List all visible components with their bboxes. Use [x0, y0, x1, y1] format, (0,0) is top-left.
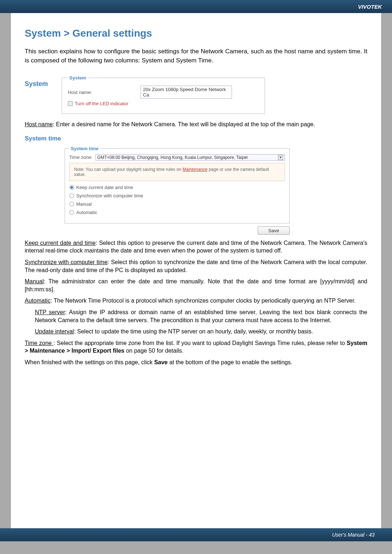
para-tz: Time zone : Select the appropriate time …	[25, 339, 367, 355]
para-fin-b: Save	[154, 359, 168, 365]
host-name-label: Host name:	[68, 90, 140, 95]
brand-label: VIVOTEK	[358, 4, 382, 10]
page-title: System > General settings	[25, 28, 367, 39]
timezone-value: GMT+08:00 Beijing, Chongqing, Hong Kong,…	[97, 155, 248, 160]
save-button[interactable]: Save	[258, 226, 290, 235]
para-manual-u: Manual	[25, 278, 44, 284]
host-name-desc: Host name: Enter a desired name for the …	[25, 120, 367, 128]
system-section: System System Host name: 20x Zoom 1080p …	[25, 75, 367, 114]
footer-text: User's Manual - 43	[332, 532, 375, 538]
para-auto-u: Automatic	[25, 297, 50, 304]
para-fin2: at the bottom of the page to enable the …	[168, 359, 292, 365]
para-ntp: NTP server: Assign the IP address or dom…	[35, 308, 367, 324]
system-time-fieldset: System time Time zone: GMT+08:00 Beijing…	[65, 146, 290, 223]
para-auto-t: : The Network Time Protocol is a protoco…	[50, 297, 356, 304]
system-legend: System	[68, 75, 87, 81]
content-area: System > General settings This section e…	[11, 13, 381, 528]
system-time-heading: System time	[25, 135, 367, 142]
para-manual-t: : The administrator can enter the date a…	[25, 278, 367, 292]
timezone-note: Note: You can upload your daylight savin…	[69, 163, 285, 181]
system-fieldset: System Host name: 20x Zoom 1080p Speed D…	[62, 75, 265, 114]
host-name-input[interactable]: 20x Zoom 1080p Speed Dome Network Ca	[140, 86, 232, 99]
radio-sync[interactable]	[69, 193, 74, 198]
page-header: VIVOTEK	[0, 0, 392, 13]
led-label: Turn off the LED indicator	[75, 101, 128, 106]
led-checkbox[interactable]	[68, 101, 73, 106]
para-update-t: : Select to update the time using the NT…	[74, 328, 313, 335]
page-footer: User's Manual - 43	[0, 528, 392, 541]
para-tz-t2: on page 50 for details.	[124, 348, 184, 354]
host-name-desc-u: Host name	[25, 121, 53, 127]
chevron-down-icon: ▼	[278, 155, 283, 160]
para-finish: When finished with the settings on this …	[25, 358, 367, 366]
radio-auto[interactable]	[69, 210, 74, 215]
radio-keep[interactable]	[69, 185, 74, 190]
para-fin1: When finished with the settings on this …	[25, 359, 154, 365]
para-update: Update interval: Select to update the ti…	[35, 328, 367, 336]
radio-keep-label: Keep current date and time	[76, 185, 133, 190]
system-time-legend: System time	[69, 146, 100, 151]
note-pre: Note: You can upload your daylight savin…	[74, 167, 183, 172]
para-sync-u: Synchronize with computer time	[25, 259, 107, 265]
system-side-label: System	[25, 75, 48, 114]
para-keep: Keep current date and time: Select this …	[25, 239, 367, 255]
radio-manual[interactable]	[69, 202, 74, 206]
maintenance-link[interactable]: Maintenance	[183, 167, 208, 172]
para-keep-u: Keep current date and time	[25, 240, 95, 246]
para-ntp-t: : Assign the IP address or domain name o…	[35, 309, 367, 323]
para-manual: Manual: The administrator can enter the …	[25, 278, 367, 293]
para-tz-u: Time zone	[25, 340, 53, 346]
timezone-label: Time zone:	[69, 155, 93, 160]
radio-manual-label: Manual	[76, 201, 92, 207]
intro-text: This section explains how to configure t…	[25, 47, 367, 65]
timezone-select[interactable]: GMT+08:00 Beijing, Chongqing, Hong Kong,…	[95, 154, 285, 161]
host-name-desc-t: : Enter a desired name for the Network C…	[53, 121, 315, 127]
para-auto: Automatic: The Network Time Protocol is …	[25, 297, 367, 305]
radio-sync-label: Synchronize with computer time	[76, 193, 143, 198]
para-update-u: Update interval	[35, 328, 74, 335]
para-tz-t1: : Select the appropriate time zone from …	[53, 340, 347, 346]
para-ntp-u: NTP server	[35, 309, 65, 315]
para-sync: Synchronize with computer time: Select t…	[25, 258, 367, 274]
radio-auto-label: Automatic	[76, 210, 97, 215]
